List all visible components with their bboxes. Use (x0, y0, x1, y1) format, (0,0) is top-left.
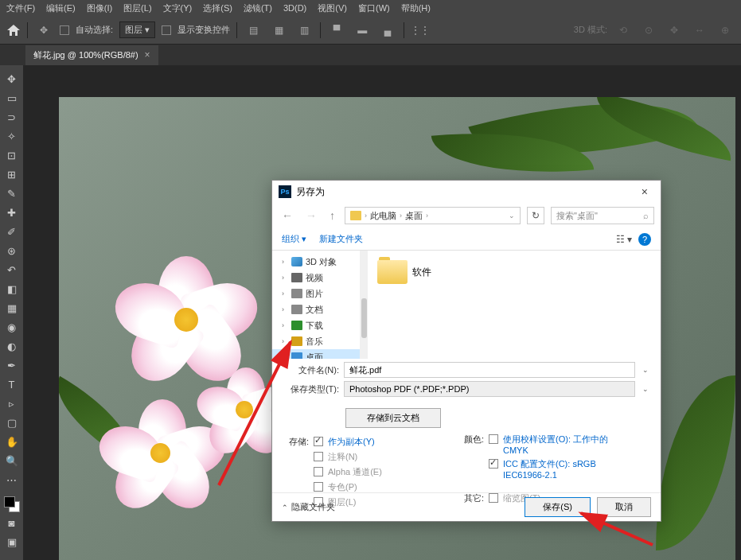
stamp-tool-icon[interactable]: ⊛ (3, 242, 21, 259)
roll-3d-icon[interactable]: ⊙ (639, 21, 658, 40)
pen-tool-icon[interactable]: ✒ (3, 356, 21, 374)
auto-select-checkbox[interactable] (60, 25, 69, 35)
distribute-icon[interactable]: ⋮⋮ (411, 21, 430, 40)
nav-back-icon[interactable]: ← (279, 208, 296, 224)
menu-layer[interactable]: 图层(L) (123, 2, 151, 14)
organize-menu[interactable]: 组织 ▾ (282, 233, 306, 245)
shape-tool-icon[interactable]: ▢ (3, 414, 21, 431)
tree-item-下载[interactable]: ›下载 (272, 317, 360, 333)
align-top-icon[interactable]: ▀ (327, 21, 346, 40)
tree-caret-icon[interactable]: › (282, 321, 288, 329)
path-segment[interactable]: 桌面 (405, 210, 423, 222)
tree-caret-icon[interactable]: › (282, 290, 288, 298)
path-segment[interactable]: 此电脑 (370, 210, 396, 222)
menu-help[interactable]: 帮助(H) (401, 2, 431, 14)
folder-item[interactable]: 软件 (374, 257, 435, 287)
view-options-icon[interactable]: ☷ ▾ (616, 234, 632, 245)
hand-tool-icon[interactable]: ✋ (3, 433, 21, 450)
dodge-tool-icon[interactable]: ◐ (3, 337, 21, 355)
tree-caret-icon[interactable]: › (282, 258, 288, 266)
orbit-3d-icon[interactable]: ⟲ (614, 21, 633, 40)
align-left-icon[interactable]: ▤ (244, 21, 263, 40)
color-swatch[interactable] (4, 496, 20, 512)
slide-3d-icon[interactable]: ↔ (690, 21, 709, 40)
align-middle-icon[interactable]: ▬ (353, 21, 372, 40)
alpha-checkbox[interactable] (314, 467, 323, 476)
tree-item-桌面[interactable]: ›桌面 (272, 349, 360, 359)
tree-item-视频[interactable]: ›视频 (272, 270, 360, 286)
brush-tool-icon[interactable]: ✐ (3, 223, 21, 240)
move-tool-icon[interactable]: ✥ (34, 21, 53, 40)
save-button[interactable]: 保存(S) (525, 497, 591, 517)
filename-dropdown-icon[interactable]: ⌄ (640, 366, 651, 374)
refresh-icon[interactable]: ↻ (527, 207, 544, 224)
menu-3d[interactable]: 3D(D) (283, 3, 306, 13)
close-tab-icon[interactable]: × (145, 49, 150, 60)
tree-caret-icon[interactable]: › (282, 337, 288, 345)
path-dropdown-icon[interactable]: ⌄ (509, 212, 515, 220)
cancel-button[interactable]: 取消 (597, 497, 651, 517)
menu-file[interactable]: 文件(F) (6, 2, 35, 14)
zoom-3d-icon[interactable]: ⊕ (716, 21, 735, 40)
marquee-tool-icon[interactable]: ▭ (3, 89, 21, 107)
magic-wand-tool-icon[interactable]: ✧ (3, 127, 21, 145)
menu-filter[interactable]: 滤镜(T) (244, 2, 272, 14)
icc-checkbox[interactable] (489, 459, 498, 469)
spot-checkbox[interactable] (314, 482, 323, 492)
gradient-tool-icon[interactable]: ▦ (3, 299, 21, 317)
tree-scrollbar[interactable] (360, 251, 368, 359)
file-list-area[interactable]: 软件 (368, 251, 661, 359)
help-icon[interactable]: ? (638, 233, 651, 246)
dialog-titlebar[interactable]: Ps 另存为 × (272, 181, 661, 203)
show-transform-checkbox[interactable] (162, 25, 171, 35)
auto-select-dropdown[interactable]: 图层 ▾ (119, 21, 155, 38)
menu-view[interactable]: 视图(V) (318, 2, 347, 14)
frame-tool-icon[interactable]: ⊞ (3, 165, 21, 183)
annotations-checkbox[interactable] (314, 452, 323, 461)
proof-checkbox[interactable] (489, 434, 498, 444)
tree-item-3D 对象[interactable]: ›3D 对象 (272, 254, 360, 270)
close-icon[interactable]: × (635, 184, 654, 200)
eyedropper-tool-icon[interactable]: ✎ (3, 185, 21, 202)
document-tab[interactable]: 鲜花.jpg @ 100%(RGB/8#) × (25, 45, 158, 65)
eraser-tool-icon[interactable]: ◧ (3, 280, 21, 298)
menu-select[interactable]: 选择(S) (203, 2, 232, 14)
move-tool-icon[interactable]: ✥ (3, 70, 21, 88)
menu-window[interactable]: 窗口(W) (358, 2, 390, 14)
history-brush-tool-icon[interactable]: ↶ (3, 261, 21, 278)
lasso-tool-icon[interactable]: ⊃ (3, 108, 21, 126)
tree-item-文档[interactable]: ›文档 (272, 301, 360, 317)
menu-edit[interactable]: 编辑(E) (46, 2, 76, 14)
hide-folders-toggle[interactable]: ⌃ 隐藏文件夹 (282, 501, 335, 513)
tree-caret-icon[interactable]: › (282, 274, 288, 282)
type-tool-icon[interactable]: T (3, 375, 21, 393)
tree-item-图片[interactable]: ›图片 (272, 286, 360, 301)
proof-label[interactable]: 使用校样设置(O): 工作中的 CMYK (503, 434, 630, 455)
nav-up-icon[interactable]: ↑ (326, 208, 338, 224)
menu-text[interactable]: 文字(Y) (163, 2, 193, 14)
path-select-tool-icon[interactable]: ▹ (3, 395, 21, 412)
path-breadcrumb[interactable]: › 此电脑 › 桌面 › ⌄ (345, 207, 521, 224)
align-right-icon[interactable]: ▥ (294, 21, 314, 40)
icc-label[interactable]: ICC 配置文件(C): sRGB IEC61966-2.1 (503, 458, 630, 480)
filetype-dropdown-icon[interactable]: ⌄ (640, 385, 651, 393)
home-icon[interactable] (6, 23, 21, 37)
filename-input[interactable] (344, 362, 635, 378)
tree-item-音乐[interactable]: ›音乐 (272, 333, 360, 349)
crop-tool-icon[interactable]: ⊡ (3, 146, 21, 164)
menu-image[interactable]: 图像(I) (87, 2, 112, 14)
align-center-icon[interactable]: ▦ (269, 21, 288, 40)
tree-caret-icon[interactable]: › (282, 305, 288, 313)
save-to-cloud-button[interactable]: 存储到云文档 (345, 408, 441, 428)
align-bottom-icon[interactable]: ▄ (378, 21, 397, 40)
tree-caret-icon[interactable]: › (282, 353, 288, 359)
zoom-tool-icon[interactable]: 🔍 (3, 452, 21, 469)
blur-tool-icon[interactable]: ◉ (3, 318, 21, 336)
filetype-select[interactable]: Photoshop PDF (*.PDF;*.PDP) (344, 381, 635, 397)
healing-tool-icon[interactable]: ✚ (3, 204, 21, 221)
edit-toolbar-icon[interactable]: ⋯ (3, 471, 21, 488)
new-folder-button[interactable]: 新建文件夹 (319, 233, 363, 245)
screen-mode-icon[interactable]: ▣ (3, 533, 21, 550)
as-copy-label[interactable]: 作为副本(Y) (328, 436, 375, 448)
quick-mask-icon[interactable]: ◙ (3, 514, 21, 531)
